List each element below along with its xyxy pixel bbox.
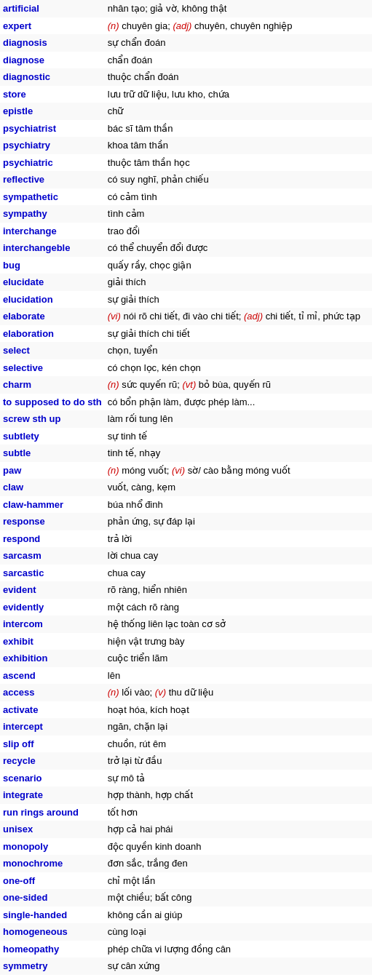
vocab-definition: lên: [105, 667, 372, 685]
table-row: bugquấy rầy, chọc giận: [0, 257, 372, 274]
vocab-term: exhibit: [0, 633, 105, 650]
vocab-definition: cùng loại: [105, 923, 372, 941]
vocab-definition: có cảm tình: [105, 188, 372, 206]
table-row: single-handedkhông cần ai giúp: [0, 907, 372, 924]
vocab-definition: phép chữa vi lượng đồng cân: [105, 941, 372, 958]
vocab-term: expert: [0, 17, 105, 35]
table-row: responsephản ứng, sự đáp lại: [0, 513, 372, 530]
table-row: storelưu trữ dữ liệu, lưu kho, chứa: [0, 86, 372, 103]
vocab-definition: một chiều; bất công: [105, 889, 372, 907]
table-row: clawvuốt, càng, kẹm: [0, 479, 372, 496]
vocab-definition: có chọn lọc, kén chọn: [105, 359, 372, 377]
table-row: interchangeblecó thể chuyển đổi được: [0, 239, 372, 257]
vocab-definition: chua cay: [105, 565, 372, 582]
vocabulary-table: artificialnhân tạo; giả vờ, không thậtex…: [0, 0, 372, 980]
vocab-term: psychiatrist: [0, 120, 105, 138]
vocab-term: activate: [0, 701, 105, 719]
vocab-term: homeopathy: [0, 941, 105, 958]
table-row: epistlechữ: [0, 103, 372, 120]
vocab-definition: cuộc triển lãm: [105, 650, 372, 667]
table-row: intercomhệ thống liên lạc toàn cơ sở: [0, 616, 372, 633]
vocab-term: response: [0, 513, 105, 530]
vocab-term: elaboration: [0, 325, 105, 343]
vocab-term: integrate: [0, 786, 105, 804]
table-row: one-offchỉ một lần: [0, 872, 372, 890]
table-row: subtletysự tinh tế: [0, 428, 372, 445]
vocab-definition: tình cảm: [105, 205, 372, 223]
vocab-definition: lưu trữ dữ liệu, lưu kho, chứa: [105, 86, 372, 103]
vocab-term: sympathetic: [0, 188, 105, 206]
table-row: exhibithiện vật trưng bày: [0, 633, 372, 650]
vocab-definition: độc quyền kinh doanh: [105, 838, 372, 856]
vocab-definition: sự giải thích: [105, 291, 372, 308]
vocab-term: sarcasm: [0, 547, 105, 565]
vocab-definition: bác sĩ tâm thần: [105, 120, 372, 138]
table-row: unisexhợp cả hai phái: [0, 821, 372, 838]
table-row: activatehoạt hóa, kích hoạt: [0, 701, 372, 719]
vocab-definition: phép so sánh: [105, 975, 372, 981]
vocab-term: screw sth up: [0, 410, 105, 428]
table-row: expert(n) chuyên gia; (adj) chuyên, chuy…: [0, 17, 372, 35]
vocab-definition: đơn sắc, trắng đen: [105, 855, 372, 872]
table-row: diagnosechẩn đoán: [0, 52, 372, 69]
vocab-term: sarcastic: [0, 565, 105, 582]
vocab-term: access: [0, 684, 105, 701]
table-row: homogeneouscùng loại: [0, 923, 372, 941]
table-row: access(n) lối vào; (v) thu dữ liệu: [0, 684, 372, 701]
table-row: diagnosticthuộc chẩn đoán: [0, 68, 372, 86]
table-row: charm(n) sức quyến rũ; (vt) bỏ bùa, quyế…: [0, 376, 372, 394]
vocab-term: store: [0, 86, 105, 103]
vocab-definition: chọn, tuyển: [105, 342, 372, 359]
vocab-term: single-handed: [0, 907, 105, 924]
table-row: to supposed to do sthcó bổn phận làm, đư…: [0, 394, 372, 411]
table-row: interchangetrao đổi: [0, 223, 372, 240]
vocab-definition: tốt hơn: [105, 804, 372, 821]
table-row: elaborate(vi) nói rõ chi tiết, đi vào ch…: [0, 308, 372, 325]
vocab-definition: sự mô tả: [105, 770, 372, 787]
vocab-term: sympathy: [0, 205, 105, 223]
table-row: claw-hammerbúa nhổ đinh: [0, 496, 372, 514]
table-row: monochromeđơn sắc, trắng đen: [0, 855, 372, 872]
vocab-definition: có bổn phận làm, được phép làm...: [105, 394, 372, 411]
vocab-term: interchangeble: [0, 239, 105, 257]
vocab-term: subtlety: [0, 428, 105, 445]
table-row: symmetrysự cân xứng: [0, 957, 372, 975]
vocab-definition: quấy rầy, chọc giận: [105, 257, 372, 274]
vocab-definition: trở lại từ đầu: [105, 752, 372, 770]
table-row: psychiatricthuộc tâm thần học: [0, 154, 372, 172]
vocab-term: evidently: [0, 599, 105, 616]
table-row: evidentlymột cách rõ ràng: [0, 599, 372, 616]
vocab-term: subtle: [0, 445, 105, 462]
vocab-definition: ngăn, chặn lại: [105, 718, 372, 736]
vocab-definition: thuộc tâm thần học: [105, 154, 372, 172]
table-row: diagnosissự chẩn đoán: [0, 34, 372, 52]
vocab-definition: sự chẩn đoán: [105, 34, 372, 52]
vocab-definition: chẩn đoán: [105, 52, 372, 69]
vocab-definition: sự cân xứng: [105, 957, 372, 975]
vocab-definition: có suy nghĩ, phản chiếu: [105, 171, 372, 188]
table-row: scenariosự mô tả: [0, 770, 372, 787]
vocab-definition: (n) móng vuốt; (vi) sờ/ cào bằng móng vu…: [105, 462, 372, 479]
vocab-term: interchange: [0, 223, 105, 240]
vocab-definition: hệ thống liên lạc toàn cơ sở: [105, 616, 372, 633]
vocab-definition: búa nhổ đinh: [105, 496, 372, 514]
table-row: recycletrở lại từ đầu: [0, 752, 372, 770]
vocab-definition: sự tinh tế: [105, 428, 372, 445]
vocab-term: paw: [0, 462, 105, 479]
vocab-term: exhibition: [0, 650, 105, 667]
vocab-term: selective: [0, 359, 105, 377]
vocab-term: claw: [0, 479, 105, 496]
vocab-term: monopoly: [0, 838, 105, 856]
table-row: paw(n) móng vuốt; (vi) sờ/ cào bằng móng…: [0, 462, 372, 479]
vocab-definition: lời chua cay: [105, 547, 372, 565]
vocab-term: ascend: [0, 667, 105, 685]
vocab-term: diagnostic: [0, 68, 105, 86]
vocab-definition: (n) lối vào; (v) thu dữ liệu: [105, 684, 372, 701]
table-row: respondtrả lời: [0, 530, 372, 548]
vocab-definition: (n) chuyên gia; (adj) chuyên, chuyên ngh…: [105, 17, 372, 35]
vocab-term: psychiatric: [0, 154, 105, 172]
vocab-term: evident: [0, 581, 105, 599]
table-row: interceptngăn, chặn lại: [0, 718, 372, 736]
vocab-term: symmetry: [0, 957, 105, 975]
table-row: artificialnhân tạo; giả vờ, không thật: [0, 0, 372, 17]
